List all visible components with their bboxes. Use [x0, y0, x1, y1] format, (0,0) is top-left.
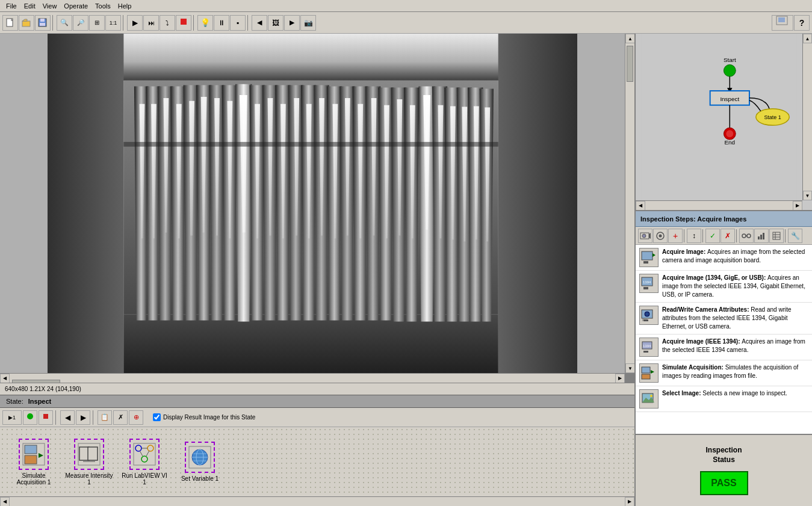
- zoom-fit-button[interactable]: ⊞: [89, 15, 105, 31]
- scroll-up-arrow[interactable]: ▲: [625, 34, 634, 43]
- menu-operate[interactable]: Operate: [60, 2, 91, 10]
- insp-x-btn[interactable]: ✗: [721, 229, 735, 243]
- step-run-icon: [26, 412, 34, 421]
- new-button[interactable]: [2, 15, 18, 31]
- menu-tools[interactable]: Tools: [91, 2, 114, 10]
- record-button[interactable]: ▪: [230, 15, 246, 31]
- insp-check-btn[interactable]: ✓: [705, 229, 720, 243]
- insp-settings-btn[interactable]: [653, 229, 668, 243]
- flow-scroll-down[interactable]: ▼: [803, 191, 812, 200]
- insp-item-text-4: Acquire Image (IEEE 1394): Acquires an i…: [662, 338, 808, 354]
- bottom-scrollbar[interactable]: ◀ ▶: [0, 496, 634, 506]
- flow-scroll-right[interactable]: ▶: [793, 201, 802, 211]
- step-ctrl-btn2[interactable]: [39, 410, 53, 425]
- insp-chart-btn[interactable]: [754, 229, 769, 243]
- svg-rect-115: [643, 287, 648, 289]
- insp-connect-btn[interactable]: [739, 229, 754, 243]
- scroll-right-arrow[interactable]: ▶: [615, 374, 625, 383]
- insp-item-ieee-1394[interactable]: 1394 Acquire Image (IEEE 1394): Acquires…: [636, 335, 812, 360]
- simulate-acq-icon: [22, 442, 46, 466]
- insp-item-select-image[interactable]: Select Image: Selects a new image to ins…: [636, 386, 812, 412]
- img-select-button[interactable]: 🖼: [268, 15, 284, 31]
- insp-sep1: [684, 229, 686, 242]
- question-button[interactable]: ?: [794, 15, 810, 31]
- step-item-2[interactable]: Measure Intensity 1: [65, 439, 113, 486]
- next-img-button[interactable]: ▶: [284, 15, 300, 31]
- pass-indicator[interactable]: PASS: [700, 471, 748, 495]
- step-num-button[interactable]: ▶1: [2, 410, 22, 425]
- scroll-left-arrow[interactable]: ◀: [0, 374, 10, 383]
- image-viewer[interactable]: ▲ ▼ ◀ ▶: [0, 34, 634, 383]
- flow-scroll-up[interactable]: ▲: [803, 34, 812, 43]
- scroll-track-v: [625, 43, 634, 363]
- svg-rect-124: [642, 367, 650, 373]
- step-delete-button[interactable]: ✗: [113, 410, 128, 425]
- step-add-button[interactable]: ⊕: [129, 410, 143, 425]
- flow-scroll-left[interactable]: ◀: [636, 201, 645, 211]
- svg-rect-113: [643, 261, 648, 264]
- insp-item-acquire-image[interactable]: Acquire Image: Acquires an image from th…: [636, 245, 812, 271]
- stop-button[interactable]: [176, 15, 191, 31]
- pause-button[interactable]: ⏸: [214, 15, 229, 31]
- flow-v-scrollbar[interactable]: ▲ ▼: [802, 34, 812, 200]
- save-icon: [38, 18, 48, 28]
- insp-item-rw-camera[interactable]: RW Read/Write Camera Attributes: Read an…: [636, 303, 812, 335]
- insp-camera-btn[interactable]: [638, 229, 652, 243]
- horizontal-scrollbar[interactable]: ◀ ▶: [0, 373, 625, 383]
- insp-tools-btn[interactable]: 🔧: [788, 229, 802, 243]
- step-item-4[interactable]: Set Variable 1: [176, 442, 224, 482]
- step-button[interactable]: ⏭: [143, 15, 159, 31]
- scroll-thumb-h[interactable]: [12, 380, 60, 383]
- svg-rect-80: [88, 447, 98, 460]
- insp-item-acquire-1394[interactable]: 1394 Acquire Image (1394, GigE, or USB):…: [636, 271, 812, 303]
- light-button[interactable]: 💡: [197, 15, 213, 31]
- flow-h-scrollbar[interactable]: ◀ ▶: [636, 200, 802, 210]
- step-item-1[interactable]: Simulate Acquisition 1: [10, 439, 58, 486]
- flow-diagram: Start Inspect State 1: [636, 34, 812, 211]
- display-result-checkbox[interactable]: [153, 413, 161, 421]
- scroll-down-arrow[interactable]: ▼: [625, 363, 634, 373]
- vertical-scrollbar[interactable]: ▲ ▼: [625, 34, 634, 373]
- step-into-button[interactable]: ⤵: [160, 15, 175, 31]
- open-button[interactable]: [19, 15, 34, 31]
- run-button[interactable]: ▶: [127, 15, 143, 31]
- camera-button[interactable]: 📷: [300, 15, 316, 31]
- step-item-3[interactable]: Run LabVIEW VI 1: [120, 439, 169, 486]
- insp-item-title-6: Select Image:: [662, 390, 702, 396]
- insp-item-simulate[interactable]: Simulate Acquisition: Simulates the acqu…: [636, 360, 812, 386]
- svg-marker-112: [652, 253, 655, 257]
- new-icon: [5, 18, 15, 28]
- menu-file[interactable]: File: [2, 2, 20, 10]
- step-next-button[interactable]: ▶: [76, 410, 90, 425]
- acquire-image-icon: [641, 250, 657, 265]
- bottom-scroll-right[interactable]: ▶: [625, 497, 634, 507]
- image-statusbar: 640x480 1.21X 24 (104,190): [0, 383, 634, 395]
- step-prev-button[interactable]: ◀: [60, 410, 75, 425]
- insp-header: Inspection Steps: Acquire Images: [636, 211, 812, 227]
- step-copy-button[interactable]: 📋: [98, 410, 112, 425]
- help-button-top[interactable]: [772, 15, 793, 31]
- menu-help[interactable]: Help: [114, 2, 135, 10]
- step-label-1: Simulate Acquisition 1: [10, 472, 58, 486]
- image-canvas: [0, 34, 625, 373]
- insp-item-icon-3: RW: [639, 306, 659, 325]
- state-label: State:: [6, 398, 23, 405]
- save-button[interactable]: [35, 15, 51, 31]
- menu-edit[interactable]: Edit: [20, 2, 39, 10]
- flow-start-node: [724, 64, 736, 76]
- zoom-custom-button[interactable]: 1:1: [105, 15, 121, 31]
- acquire-1394-icon: 1394: [641, 276, 657, 291]
- bottom-scroll-left[interactable]: ◀: [0, 497, 10, 507]
- zoom-in-button[interactable]: 🔍: [57, 15, 72, 31]
- step-ctrl-btn1[interactable]: [23, 410, 37, 425]
- insp-add-btn[interactable]: +: [668, 229, 683, 243]
- left-area: ▲ ▼ ◀ ▶: [0, 34, 634, 506]
- toolbar: 🔍 🔎 ⊞ 1:1 ▶ ⏭ ⤵ 💡 ⏸ ▪ ◀ 🖼 ▶ 📷 ?: [0, 12, 812, 34]
- measure-intensity-icon: [77, 442, 101, 466]
- insp-height-btn[interactable]: ↕: [687, 229, 701, 243]
- scroll-thumb-v[interactable]: [627, 46, 633, 82]
- prev-img-button[interactable]: ◀: [252, 15, 267, 31]
- insp-table-btn[interactable]: [769, 229, 784, 243]
- zoom-out-button[interactable]: 🔎: [73, 15, 88, 31]
- menu-view[interactable]: View: [39, 2, 61, 10]
